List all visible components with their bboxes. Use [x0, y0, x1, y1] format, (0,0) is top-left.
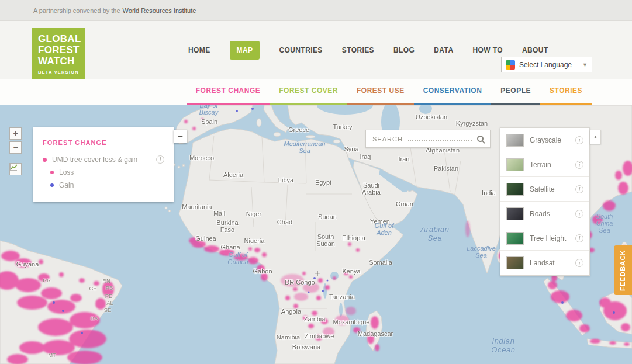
sublayer-label: Gain	[59, 181, 74, 189]
nav-item-map[interactable]: MAP	[230, 41, 260, 60]
logo-beta-label: BETA VERSION	[38, 70, 85, 75]
logo-line-3: WATCH	[38, 56, 85, 67]
language-selector-main[interactable]: Select Language	[502, 60, 578, 70]
subnav: FOREST CHANGEFOREST COVERFOREST USECONSE…	[0, 79, 632, 105]
basemap-label: Tree Height	[530, 234, 575, 242]
basemap-label: Satellite	[530, 185, 575, 193]
basemap-option-grayscale[interactable]: Grayscalei	[500, 128, 589, 152]
basemap-option-satellite[interactable]: Satellitei	[500, 177, 589, 202]
nav-item-home[interactable]: HOME	[188, 46, 210, 54]
language-caret-button[interactable]: ▼	[578, 57, 592, 72]
nav-item-countries[interactable]: COUNTRIES	[279, 46, 322, 54]
sublayer-list: LossGain	[50, 168, 164, 189]
info-icon[interactable]: i	[575, 210, 583, 218]
layer-bullet	[43, 158, 47, 162]
sublayer-label: Loss	[59, 168, 74, 176]
nav-item-data[interactable]: DATA	[434, 46, 453, 54]
caret-down-icon: ▼	[582, 62, 588, 68]
map-center-crosshair-icon: +	[315, 268, 320, 279]
google-translate-icon	[506, 60, 515, 70]
basemap-label: Landsat	[530, 259, 575, 267]
basemap-option-roads[interactable]: Roadsi	[500, 202, 589, 226]
basemap-collapse-button[interactable]: ▲	[590, 130, 601, 144]
basemap-label: Grayscale	[530, 136, 575, 144]
map-canvas[interactable]: + SpainGreeceTurkeyUzbekistanKyrgyzstanT…	[0, 105, 632, 364]
forest-change-panel: FOREST CHANGE UMD tree cover loss & gain…	[33, 127, 174, 202]
nav-item-blog[interactable]: BLOG	[393, 46, 415, 54]
info-icon[interactable]: i	[575, 185, 583, 193]
caret-up-icon: ▲	[593, 134, 598, 140]
basemap-option-landsat[interactable]: Landsati	[500, 251, 589, 275]
tab-stories[interactable]: STORIES	[540, 79, 592, 105]
tab-people[interactable]: PEOPLE	[491, 79, 540, 105]
logo-line-2: FOREST	[38, 44, 85, 56]
nav-item-how-to[interactable]: HOW TO	[472, 46, 503, 54]
partnership-text: A partnership convened by the	[33, 7, 120, 14]
basemap-list: GrayscaleiTerrainiSatelliteiRoadsiTree H…	[500, 128, 589, 275]
tab-forest-use[interactable]: FOREST USE	[347, 79, 414, 105]
grayscale-thumbnail-icon	[506, 134, 524, 147]
sublayer-bullet	[50, 183, 54, 187]
tab-forest-cover[interactable]: FOREST COVER	[270, 79, 347, 105]
nav-item-about[interactable]: ABOUT	[522, 46, 548, 54]
satellite-thumbnail-icon	[506, 183, 524, 196]
gfw-logo[interactable]: GLOBAL FOREST WATCH BETA VERSION	[32, 28, 85, 79]
search-placeholder: SEARCH	[372, 136, 403, 143]
sublayer-bullet	[50, 171, 54, 174]
layer-label: UMD tree cover loss & gain	[52, 155, 137, 164]
line-chart-icon	[10, 164, 18, 171]
info-icon[interactable]: i	[156, 155, 164, 164]
timeline-chart-button[interactable]	[9, 163, 22, 175]
info-icon[interactable]: i	[575, 161, 583, 169]
basemap-option-tree-height[interactable]: Tree Heighti	[500, 226, 589, 251]
basemap-option-terrain[interactable]: Terraini	[500, 152, 589, 177]
panel-collapse-button[interactable]: –	[174, 130, 187, 143]
search-icon[interactable]	[477, 136, 484, 142]
roads-thumbnail-icon	[506, 207, 524, 220]
language-selector-label: Select Language	[519, 61, 572, 69]
basemap-panel: GrayscaleiTerrainiSatelliteiRoadsiTree H…	[500, 127, 590, 276]
main-nav: HOMEMAPCOUNTRIESSTORIESBLOGDATAHOW TOABO…	[188, 21, 548, 79]
logo-line-1: GLOBAL	[38, 33, 85, 44]
search-box[interactable]: SEARCH	[365, 130, 491, 148]
tab-conservation[interactable]: CONSERVATION	[414, 79, 492, 105]
sublayer-loss[interactable]: Loss	[50, 168, 164, 176]
sublayer-gain[interactable]: Gain	[50, 181, 164, 189]
info-icon[interactable]: i	[575, 259, 583, 267]
tree-height-thumbnail-icon	[506, 232, 524, 245]
zoom-in-button[interactable]: +	[9, 127, 22, 140]
zoom-out-button[interactable]: −	[9, 141, 22, 154]
basemap-label: Roads	[530, 210, 575, 218]
subnav-tabs: FOREST CHANGEFOREST COVERFOREST USECONSE…	[187, 79, 592, 105]
info-icon[interactable]: i	[575, 136, 583, 144]
panel-title: FOREST CHANGE	[43, 139, 164, 146]
nav-item-stories[interactable]: STORIES	[342, 46, 374, 54]
header: GLOBAL FOREST WATCH BETA VERSION HOMEMAP…	[0, 21, 632, 79]
landsat-thumbnail-icon	[506, 256, 524, 269]
basemap-label: Terrain	[530, 161, 575, 169]
info-icon[interactable]: i	[575, 234, 583, 242]
layer-row-umd[interactable]: UMD tree cover loss & gain i	[43, 155, 164, 164]
language-selector[interactable]: Select Language ▼	[501, 57, 592, 72]
search-dotted-leader	[408, 140, 472, 141]
terrain-thumbnail-icon	[506, 158, 524, 171]
tab-forest-change[interactable]: FOREST CHANGE	[187, 79, 270, 105]
feedback-button[interactable]: FEEDBACK	[614, 245, 632, 295]
partnership-bar: A partnership convened by the World Reso…	[0, 0, 632, 21]
wri-link[interactable]: World Resources Institute	[123, 7, 196, 14]
